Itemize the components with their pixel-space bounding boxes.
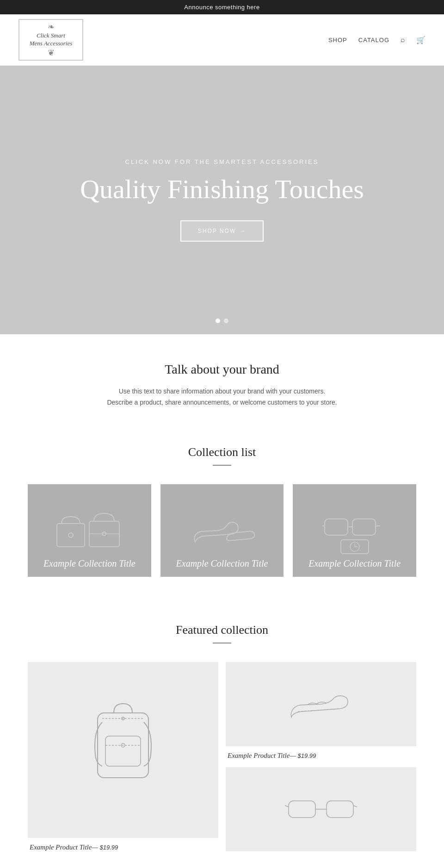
featured-right-column: Example Product Title— $19.99	[226, 662, 416, 851]
logo-decoration-top: ❧	[48, 22, 55, 32]
svg-rect-5	[325, 519, 348, 535]
brand-description: Use this text to share information about…	[74, 386, 370, 408]
hero-subtitle: CLICK NOW FOR THE SMARTEST ACCESSORIES	[125, 158, 319, 165]
featured-product-title-large: Example Product Title— $19.99	[30, 843, 216, 851]
featured-section: Featured collection	[0, 605, 444, 868]
svg-rect-0	[57, 524, 85, 547]
collection-item-1-label: Example Collection Title	[28, 550, 151, 577]
slide-indicators	[216, 318, 228, 323]
cart-icon[interactable]: 🛒	[416, 36, 426, 44]
featured-product-image-small-2[interactable]	[226, 767, 416, 851]
shop-now-arrow: →	[240, 228, 246, 234]
collection-item-1[interactable]: Example Collection Title	[28, 484, 151, 577]
search-icon[interactable]: ⌕	[401, 36, 405, 44]
shop-now-label: SHOP NOW	[198, 228, 236, 234]
collection-item-3[interactable]: Example Collection Title	[293, 484, 416, 577]
svg-point-1	[68, 533, 73, 537]
announcement-bar: Announce something here	[0, 0, 444, 14]
featured-section-title: Featured collection	[28, 623, 416, 637]
announcement-text: Announce something here	[184, 4, 259, 11]
logo-text: Click Smart Mens Accessories	[30, 32, 73, 48]
brand-section: Talk about your brand Use this text to s…	[0, 334, 444, 427]
collection-section-title: Collection list	[28, 445, 416, 459]
svg-rect-12	[105, 736, 141, 766]
logo[interactable]: ❧ Click Smart Mens Accessories ❦	[18, 19, 83, 61]
featured-product-image-small-1[interactable]	[226, 662, 416, 746]
slide-indicator-1[interactable]	[216, 318, 220, 323]
svg-rect-15	[289, 801, 315, 818]
brand-title: Talk about your brand	[74, 362, 370, 377]
featured-grid: Example Product Title— $19.99	[28, 662, 416, 851]
logo-decoration-bottom: ❦	[48, 48, 55, 58]
header: ❧ Click Smart Mens Accessories ❦ SHOP CA…	[0, 14, 444, 66]
collection-grid: Example Collection Title Example Collect…	[28, 484, 416, 577]
brand-desc-line2: Describe a product, share announcements,…	[107, 399, 337, 406]
featured-product-card-small-1[interactable]: Example Product Title— $19.99	[226, 662, 416, 760]
featured-product-info-small-1: Example Product Title— $19.99	[226, 746, 416, 760]
featured-product-price-large: $19.99	[100, 844, 118, 851]
hero-section: CLICK NOW FOR THE SMARTEST ACCESSORIES Q…	[0, 66, 444, 334]
featured-product-price-small-1: $19.99	[298, 752, 316, 759]
collection-section: Collection list Example Collection Title	[0, 427, 444, 605]
nav-catalog[interactable]: CATALOG	[358, 37, 389, 44]
brand-desc-line1: Use this text to share information about…	[119, 387, 326, 395]
collection-divider	[213, 465, 231, 466]
featured-divider	[213, 643, 231, 643]
collection-item-2-label: Example Collection Title	[160, 550, 284, 577]
featured-product-image-large[interactable]	[28, 662, 218, 838]
svg-rect-6	[352, 519, 376, 535]
collection-item-3-label: Example Collection Title	[293, 550, 416, 577]
featured-product-info-large: Example Product Title— $19.99	[28, 838, 218, 851]
featured-product-card-small-2[interactable]	[226, 767, 416, 851]
slide-indicator-2[interactable]	[224, 318, 228, 323]
nav-shop[interactable]: SHOP	[328, 37, 347, 44]
svg-rect-16	[327, 801, 353, 818]
featured-product-card-large[interactable]: Example Product Title— $19.99	[28, 662, 218, 851]
collection-item-2[interactable]: Example Collection Title	[160, 484, 284, 577]
shop-now-button[interactable]: SHOP NOW →	[180, 220, 264, 242]
hero-title: Quality Finishing Touches	[80, 175, 364, 204]
featured-product-title-small-1: Example Product Title— $19.99	[228, 752, 414, 760]
nav: SHOP CATALOG ⌕ 🛒	[328, 36, 426, 44]
